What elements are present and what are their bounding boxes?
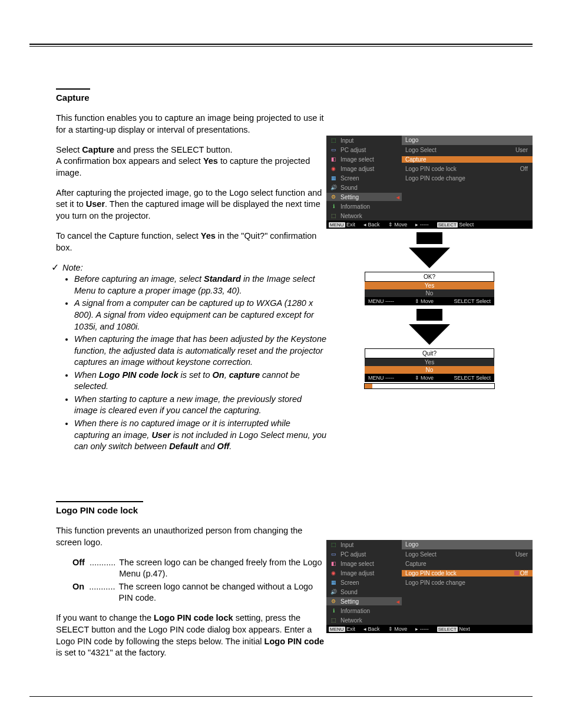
header-section: Setting <box>475 21 527 39</box>
menu-setting2[interactable]: Setting <box>340 598 359 605</box>
capture-heading: Capture <box>56 93 90 103</box>
check-icon: ✓ <box>51 261 59 274</box>
menu-pcadjust[interactable]: PC adjust <box>340 147 366 153</box>
pinlock-p2: If you want to change the Logo PIN code … <box>56 612 327 658</box>
page-footer: 48 <box>29 696 533 710</box>
menu-screen[interactable]: Screen <box>340 175 359 182</box>
menu-input2[interactable]: Input <box>340 542 353 548</box>
caret-icon: ◂ <box>396 194 402 200</box>
note-label: Note: <box>62 263 83 272</box>
setting-icon: ⚙ <box>328 597 339 605</box>
quit-yes[interactable]: Yes <box>365 358 494 366</box>
menu-imageadjust[interactable]: Image adjust <box>340 166 374 172</box>
lock-icon <box>514 571 519 575</box>
menu-imageselect2[interactable]: Image select <box>340 561 374 567</box>
row-pinchange2[interactable]: Logo PIN code change <box>402 579 533 586</box>
panel-title: Logo <box>402 136 533 145</box>
capture-section: Capture This function enables you to cap… <box>56 88 327 454</box>
pinlock-p1: This function prevents an unauthorized p… <box>56 525 327 548</box>
ok-yes[interactable]: Yes <box>365 282 494 289</box>
quit-no[interactable]: No <box>365 366 494 374</box>
imgadjust-icon: ◉ <box>328 164 339 173</box>
imgadjust-icon: ◉ <box>328 569 339 577</box>
input-icon: ⬚ <box>328 541 339 549</box>
network-icon: ⬚ <box>328 616 339 624</box>
imgselect-icon: ◧ <box>328 559 339 568</box>
menu-network[interactable]: Network <box>340 213 362 219</box>
arrow-icon <box>409 248 450 268</box>
menu-pcadjust2[interactable]: PC adjust <box>340 551 366 558</box>
ok-dialog: OK? Yes No <box>365 272 494 297</box>
osd-pinlock: Logo PIN code lock ⬚InputLogo ▭PC adjust… <box>326 528 533 633</box>
dlg2-foot: MENU ----- ⇕ Move SELECT Select <box>365 374 494 382</box>
osd2-caption: Logo PIN code lock <box>326 528 533 538</box>
osd-capture: Capture ⬚InputLogo ▭PC adjustLogo Select… <box>326 124 533 389</box>
pcadjust-icon: ▭ <box>328 146 339 154</box>
row-pinchange[interactable]: Logo PIN code change <box>402 175 533 182</box>
pinlock-row-off: Off........... The screen logo can be ch… <box>72 557 327 580</box>
menu-imageselect[interactable]: Image select <box>340 156 374 163</box>
row-pinlock[interactable]: Logo PIN code lockOff <box>402 166 533 172</box>
info-icon: ℹ <box>328 202 339 210</box>
row-capture2[interactable]: Capture <box>402 561 533 567</box>
menu-sound2[interactable]: Sound <box>340 589 358 595</box>
osd-footer2: MENU Exit ◂ Back ⇕ Move ▸ ----- SELECT N… <box>326 625 533 633</box>
capture-p1: This function enables you to capture an … <box>56 113 327 136</box>
progress-bar <box>364 383 495 389</box>
panel-title2: Logo <box>402 540 533 549</box>
sound-icon: 🔊 <box>328 183 339 192</box>
pcadjust-icon: ▭ <box>328 550 339 558</box>
menu-imageadjust2[interactable]: Image adjust <box>340 570 374 577</box>
quit-dialog: Quit? Yes No <box>365 348 494 374</box>
arrow-icon-2 <box>409 324 450 345</box>
sound-icon: 🔊 <box>328 588 339 596</box>
menu-information2[interactable]: Information <box>340 608 370 614</box>
pinlock-section: Logo PIN code lock This function prevent… <box>56 501 327 667</box>
row-logoselect[interactable]: Logo SelectUser <box>402 147 533 153</box>
ok-no[interactable]: No <box>365 289 494 297</box>
pinlock-row-on: On........... The screen logo cannot be … <box>72 581 327 604</box>
osd1-caption: Capture <box>326 124 533 133</box>
menu-screen2[interactable]: Screen <box>340 579 359 586</box>
quit-question: Quit? <box>365 348 494 358</box>
info-icon: ℹ <box>328 607 339 615</box>
row-pinlock2[interactable]: Logo PIN code lockOff <box>402 570 533 577</box>
imgselect-icon: ◧ <box>328 155 339 163</box>
row-logoselect2[interactable]: Logo SelectUser <box>402 551 533 558</box>
capture-p3: After capturing the projected image, go … <box>56 187 327 222</box>
setting-icon: ⚙ <box>328 193 339 201</box>
caret-icon: ◂ <box>396 598 402 605</box>
screen-icon: ▦ <box>328 578 339 587</box>
row-capture[interactable]: Capture <box>402 156 533 163</box>
menu-sound[interactable]: Sound <box>340 185 358 191</box>
pinlock-heading: Logo PIN code lock <box>56 505 138 515</box>
capture-p2: Select Capture and press the SELECT butt… <box>56 144 327 179</box>
ok-question: OK? <box>365 272 494 282</box>
menu-setting[interactable]: Setting <box>340 194 359 200</box>
network-icon: ⬚ <box>328 212 339 220</box>
menu-input[interactable]: Input <box>340 137 353 144</box>
input-icon: ⬚ <box>328 136 339 144</box>
menu-information[interactable]: Information <box>340 203 370 210</box>
page-number: 48 <box>29 700 533 710</box>
dlg1-foot: MENU ----- ⇕ Move SELECT Select <box>365 297 494 305</box>
menu-network2[interactable]: Network <box>340 617 362 624</box>
capture-p4: To cancel the Capture function, select Y… <box>56 230 327 253</box>
notes: ✓ Note: Before capturing an image, selec… <box>56 262 327 454</box>
osd-footer: MENU Exit ◂ Back ⇕ Move ▸ ----- SELECT S… <box>326 220 533 229</box>
screen-icon: ▦ <box>328 174 339 182</box>
